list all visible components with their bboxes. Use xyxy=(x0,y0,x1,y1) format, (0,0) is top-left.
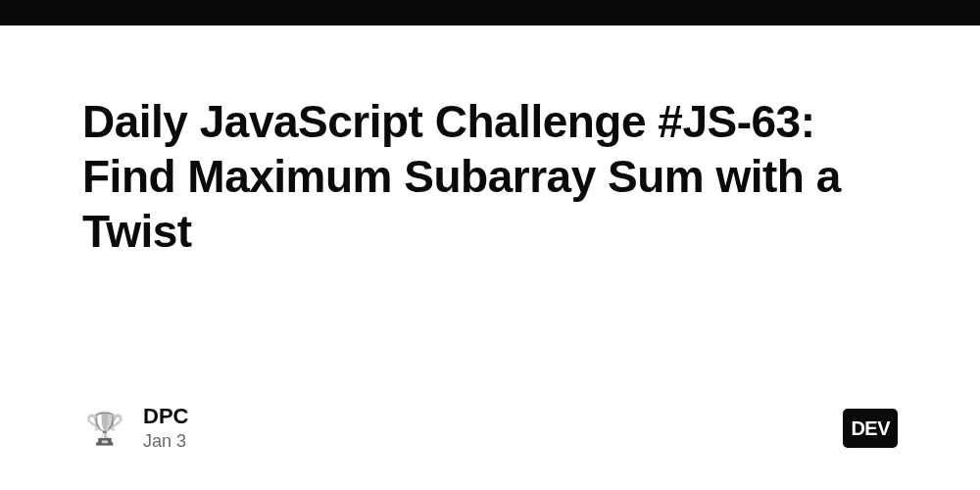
author-text: DPC Jan 3 xyxy=(143,404,188,453)
article-title: Daily JavaScript Challenge #JS-63: Find … xyxy=(82,94,898,259)
content-area: Daily JavaScript Challenge #JS-63: Find … xyxy=(0,25,980,259)
dev-logo: DEV xyxy=(843,409,898,448)
publish-date: Jan 3 xyxy=(143,430,188,453)
trophy-icon: 🏆 xyxy=(82,406,127,451)
footer: 🏆 DPC Jan 3 DEV xyxy=(82,404,898,453)
author-name: DPC xyxy=(143,404,188,429)
author-block: 🏆 DPC Jan 3 xyxy=(82,404,188,453)
top-bar xyxy=(0,0,980,25)
